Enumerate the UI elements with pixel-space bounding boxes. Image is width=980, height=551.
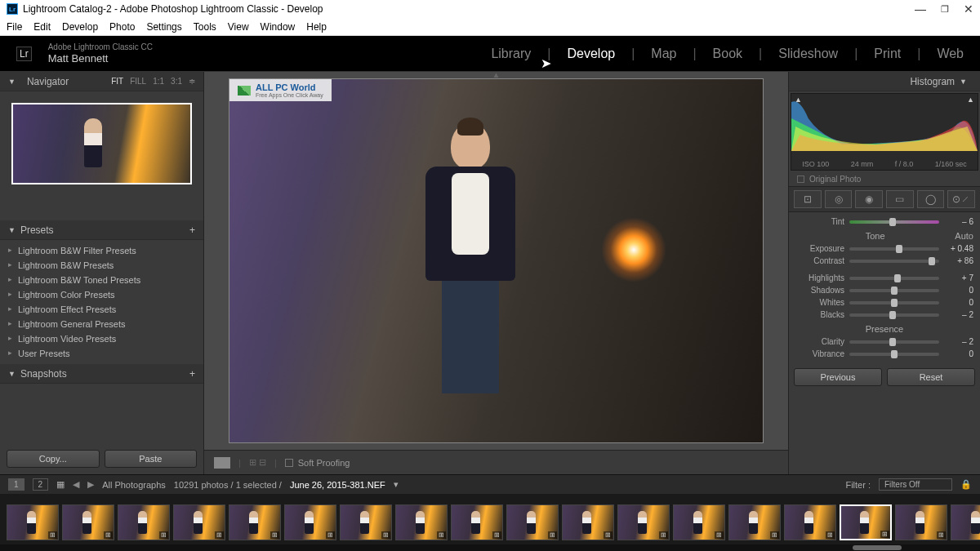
minimize-button[interactable]: —	[915, 2, 926, 16]
zoom-fit[interactable]: FIT	[111, 77, 123, 86]
redeye-tool-icon[interactable]: ◉	[855, 190, 883, 208]
menu-settings[interactable]: Settings	[146, 21, 181, 33]
close-button[interactable]: ✕	[964, 2, 973, 16]
histogram-display[interactable]: ▲ ▲ ISO 100 24 mm f / 8.0 1/160 sec	[791, 93, 978, 171]
shadows-slider[interactable]	[849, 289, 939, 292]
auto-tone-button[interactable]: Auto	[955, 231, 973, 241]
filmstrip-thumb[interactable]: ⊞	[118, 504, 170, 540]
module-map[interactable]: Map	[651, 47, 676, 61]
menu-file[interactable]: File	[7, 21, 22, 33]
add-preset-icon[interactable]: +	[189, 224, 195, 236]
clip-shadows-icon[interactable]: ▲	[795, 96, 802, 104]
spot-tool-icon[interactable]: ◎	[825, 190, 853, 208]
clarity-slider[interactable]	[849, 340, 939, 344]
filmstrip-thumb[interactable]: ⊞	[951, 504, 980, 540]
navigator-preview[interactable]	[0, 91, 203, 196]
filmstrip-thumb[interactable]: ⊞	[840, 504, 892, 540]
filmstrip-thumb[interactable]: ⊞	[7, 504, 59, 540]
preset-folder[interactable]: Lightroom Effect Presets	[0, 302, 203, 317]
blacks-slider[interactable]	[849, 313, 939, 317]
preset-folder[interactable]: User Presets	[0, 346, 203, 361]
histogram-header[interactable]: Histogram ▼	[789, 72, 980, 91]
zoom-fill[interactable]: FILL	[130, 77, 146, 86]
filmstrip[interactable]: ⊞⊞⊞⊞⊞⊞⊞⊞⊞⊞⊞⊞⊞⊞⊞⊞⊞⊞	[0, 494, 980, 551]
module-develop[interactable]: Develop	[567, 47, 615, 61]
filename-menu-icon[interactable]: ▾	[394, 479, 399, 490]
menu-help[interactable]: Help	[306, 21, 327, 33]
monitor-2[interactable]: 2	[33, 478, 49, 491]
preset-folder[interactable]: Lightroom B&W Filter Presets	[0, 243, 203, 258]
filmstrip-scrollbar[interactable]	[0, 544, 980, 551]
highlights-slider[interactable]	[849, 277, 939, 280]
zoom-1-1[interactable]: 1:1	[153, 77, 164, 86]
gradient-tool-icon[interactable]: ▭	[886, 190, 914, 208]
zoom-menu-icon[interactable]: ≑	[189, 77, 195, 86]
tint-slider[interactable]	[849, 220, 939, 224]
filter-lock-icon[interactable]: 🔒	[960, 479, 972, 490]
module-print[interactable]: Print	[874, 47, 901, 61]
module-slideshow[interactable]: Slideshow	[778, 47, 838, 61]
contrast-slider[interactable]	[849, 260, 939, 263]
original-photo-toggle[interactable]: Original Photo	[789, 172, 980, 186]
copy-button[interactable]: Copy...	[7, 450, 100, 468]
filmstrip-thumb[interactable]: ⊞	[340, 504, 392, 540]
filmstrip-thumb[interactable]: ⊞	[784, 504, 836, 540]
radial-tool-icon[interactable]: ◯	[917, 190, 945, 208]
zoom-3-1[interactable]: 3:1	[171, 77, 182, 86]
menu-develop[interactable]: Develop	[62, 21, 98, 33]
menu-view[interactable]: View	[228, 21, 249, 33]
preset-folder[interactable]: Lightroom Color Presets	[0, 287, 203, 302]
grid-view-icon[interactable]: ▦	[56, 479, 65, 490]
soft-proofing-checkbox[interactable]	[285, 459, 293, 467]
filmstrip-thumb[interactable]: ⊞	[62, 504, 114, 540]
filmstrip-thumb[interactable]: ⊞	[229, 504, 281, 540]
filmstrip-thumb[interactable]: ⊞	[395, 504, 448, 540]
filmstrip-thumb[interactable]: ⊞	[673, 504, 725, 540]
filmstrip-thumb[interactable]: ⊞	[617, 504, 670, 540]
source-label[interactable]: All Photographs	[102, 480, 166, 490]
monitor-1[interactable]: 1	[8, 478, 24, 491]
presets-header[interactable]: ▼ Presets +	[0, 220, 203, 240]
filmstrip-thumb[interactable]: ⊞	[506, 504, 559, 540]
filmstrip-thumb[interactable]: ⊞	[284, 504, 336, 540]
filmstrip-thumb[interactable]: ⊞	[895, 504, 947, 540]
filter-dropdown[interactable]: Filters Off	[879, 478, 952, 491]
before-after-icon[interactable]: ⊞ ⊟	[249, 457, 266, 468]
prev-photo-icon[interactable]: ◀	[73, 479, 79, 490]
previous-button[interactable]: Previous	[794, 368, 882, 386]
snapshots-header[interactable]: ▼ Snapshots +	[0, 364, 203, 384]
whites-slider[interactable]	[849, 301, 939, 304]
module-library[interactable]: Library	[491, 47, 531, 61]
menu-window[interactable]: Window	[261, 21, 296, 33]
tool-strip: ⊡ ◎ ◉ ▭ ◯ ⊙⟋	[789, 186, 980, 212]
filmstrip-thumb[interactable]: ⊞	[451, 504, 503, 540]
module-book[interactable]: Book	[713, 47, 742, 61]
menu-photo[interactable]: Photo	[109, 21, 135, 33]
preset-folder[interactable]: Lightroom General Presets	[0, 317, 203, 331]
filmstrip-thumb[interactable]: ⊞	[728, 504, 781, 540]
reset-button[interactable]: Reset	[887, 368, 975, 386]
crop-tool-icon[interactable]: ⊡	[794, 190, 822, 208]
brush-tool-icon[interactable]: ⊙⟋	[947, 190, 975, 208]
maximize-button[interactable]: ❐	[941, 4, 949, 15]
add-snapshot-icon[interactable]: +	[189, 368, 195, 380]
preset-folder[interactable]: Lightroom Video Presets	[0, 331, 203, 346]
chevron-down-icon: ▼	[8, 226, 16, 234]
app-header: Lr Adobe Lightroom Classic CC Matt Benne…	[0, 36, 980, 72]
module-web[interactable]: Web	[937, 47, 964, 61]
vibrance-slider[interactable]	[849, 353, 939, 356]
next-photo-icon[interactable]: ▶	[87, 479, 94, 490]
menu-edit[interactable]: Edit	[33, 21, 51, 33]
preset-folder[interactable]: Lightroom B&W Presets	[0, 258, 203, 273]
clip-highlights-icon[interactable]: ▲	[967, 96, 974, 104]
histo-aperture: f / 8.0	[895, 160, 914, 168]
paste-button[interactable]: Paste	[105, 450, 198, 468]
menu-tools[interactable]: Tools	[194, 21, 216, 33]
filmstrip-thumb[interactable]: ⊞	[173, 504, 225, 540]
exposure-slider[interactable]	[849, 247, 939, 251]
preset-folder[interactable]: Lightroom B&W Toned Presets	[0, 273, 203, 287]
filmstrip-thumb[interactable]: ⊞	[562, 504, 614, 540]
main-photo-view[interactable]: ALL PC World Free Apps One Click Away	[229, 78, 764, 443]
navigator-header[interactable]: ▼ Navigator FIT FILL 1:1 3:1 ≑	[0, 72, 203, 91]
loupe-view-icon[interactable]	[214, 457, 230, 469]
